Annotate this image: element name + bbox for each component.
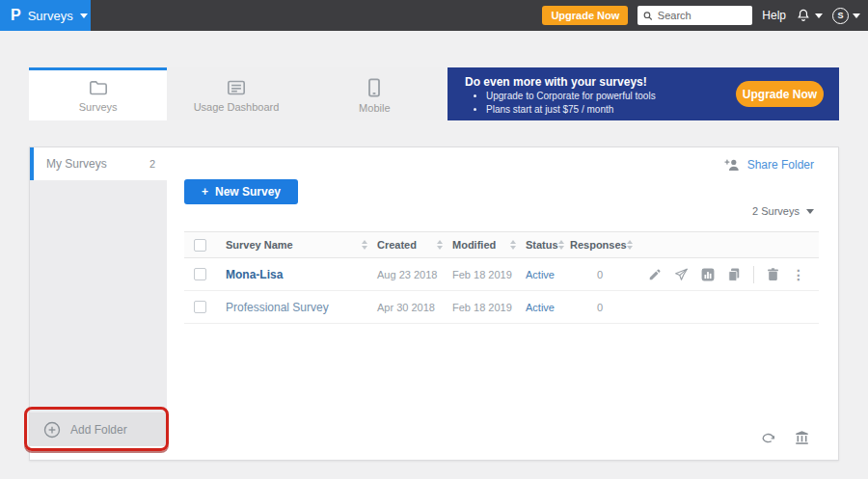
table-row: Professional Survey Apr 30 2018 Feb 18 2…	[184, 291, 819, 324]
dashboard-icon	[227, 79, 246, 96]
chevron-down-icon	[806, 209, 814, 214]
app-logo: P	[11, 8, 21, 23]
row-checkbox[interactable]	[194, 268, 206, 280]
status-badge: Active	[526, 302, 570, 313]
chevron-down-icon	[80, 13, 88, 18]
folder-count-badge: 2	[149, 158, 155, 170]
sort-icon[interactable]	[627, 240, 633, 250]
folder-label: My Surveys	[46, 157, 107, 171]
tab-label: Surveys	[79, 101, 118, 113]
sidebar-item-my-surveys[interactable]: My Surveys 2	[30, 147, 167, 180]
column-header: Modified	[452, 239, 496, 251]
folder-list	[30, 180, 167, 412]
product-menu[interactable]: P Surveys	[0, 0, 91, 31]
history-icon[interactable]	[760, 432, 776, 444]
topbar-right: Upgrade Now Help S	[542, 6, 868, 25]
column-header: Created	[377, 239, 417, 251]
surveys-count-dropdown[interactable]: 2 Surveys	[752, 205, 814, 217]
tab-label: Mobile	[359, 102, 390, 114]
card-footer-icons	[760, 431, 809, 444]
send-icon[interactable]	[674, 268, 689, 281]
select-all-checkbox[interactable]	[194, 239, 206, 252]
created-cell: Aug 23 2018	[377, 269, 452, 280]
results-icon[interactable]	[701, 268, 715, 281]
chevron-down-icon	[815, 13, 823, 18]
archive-icon[interactable]	[795, 431, 809, 444]
chevron-down-icon	[853, 13, 860, 18]
duplicate-icon[interactable]	[727, 268, 741, 281]
plus-icon: +	[202, 185, 208, 199]
survey-name-link[interactable]: Professional Survey	[226, 301, 377, 314]
account-menu[interactable]: S	[832, 8, 860, 24]
help-link[interactable]: Help	[762, 9, 786, 22]
column-header: Status	[526, 239, 558, 251]
product-menu-label: Surveys	[28, 9, 73, 23]
sort-icon[interactable]	[510, 240, 516, 250]
surveys-count-label: 2 Surveys	[752, 205, 800, 217]
status-badge: Active	[526, 269, 570, 280]
sort-icon[interactable]	[437, 240, 443, 250]
responses-cell: 0	[570, 302, 630, 313]
screen: P Surveys Upgrade Now Help S Surveys	[0, 0, 868, 479]
column-header: Survey Name	[226, 239, 293, 251]
row-actions: ⋮	[630, 266, 819, 283]
responses-cell: 0	[570, 269, 630, 280]
new-survey-button[interactable]: + New Survey	[184, 179, 298, 204]
share-folder-label: Share Folder	[747, 158, 814, 172]
survey-name-link[interactable]: Mona-Lisa	[226, 268, 377, 281]
search-box[interactable]	[637, 6, 752, 25]
share-folder-button[interactable]: Share Folder	[724, 158, 814, 172]
new-survey-label: New Survey	[215, 185, 281, 199]
sort-icon[interactable]	[362, 240, 367, 250]
created-cell: Apr 30 2018	[377, 302, 452, 313]
table-header-row: Survey Name Created Modified Status Resp…	[184, 231, 819, 258]
upgrade-now-button[interactable]: Upgrade Now	[542, 6, 628, 25]
search-input[interactable]	[658, 10, 746, 21]
column-header: Responses	[570, 239, 627, 251]
notifications-button[interactable]	[796, 8, 823, 23]
plus-circle-icon	[43, 421, 61, 439]
tabstrip: Surveys Usage Dashboard Mobile	[29, 67, 444, 120]
add-folder-button[interactable]: Add Folder	[30, 412, 167, 446]
banner-upgrade-button[interactable]: Upgrade Now	[736, 81, 824, 107]
edit-icon[interactable]	[648, 268, 662, 281]
surveys-table: Survey Name Created Modified Status Resp…	[184, 231, 819, 324]
add-folder-label: Add Folder	[70, 423, 127, 437]
surveys-card: My Surveys 2 Add Folder Share Folder + N…	[29, 146, 839, 461]
more-icon[interactable]: ⋮	[792, 268, 805, 281]
table-row: Mona-Lisa Aug 23 2018 Feb 18 2019 Active…	[184, 258, 819, 291]
topbar: P Surveys Upgrade Now Help S	[0, 0, 868, 31]
modified-cell: Feb 18 2019	[452, 269, 526, 280]
row-checkbox[interactable]	[194, 301, 206, 313]
avatar: S	[832, 8, 849, 24]
sort-icon[interactable]	[558, 240, 564, 250]
folder-icon	[89, 79, 108, 96]
tab-mobile[interactable]: Mobile	[306, 67, 444, 120]
tab-usage-dashboard[interactable]: Usage Dashboard	[167, 67, 305, 120]
modified-cell: Feb 18 2019	[452, 302, 526, 313]
bell-icon	[796, 8, 811, 23]
search-icon	[643, 11, 653, 21]
add-person-icon	[724, 158, 741, 172]
tab-surveys[interactable]: Surveys	[29, 67, 167, 120]
divider	[753, 266, 754, 283]
upsell-banner: Do even more with your surveys! Upgrade …	[448, 67, 839, 120]
tab-label: Usage Dashboard	[194, 101, 280, 113]
delete-icon[interactable]	[767, 268, 779, 281]
mobile-icon	[367, 78, 381, 97]
